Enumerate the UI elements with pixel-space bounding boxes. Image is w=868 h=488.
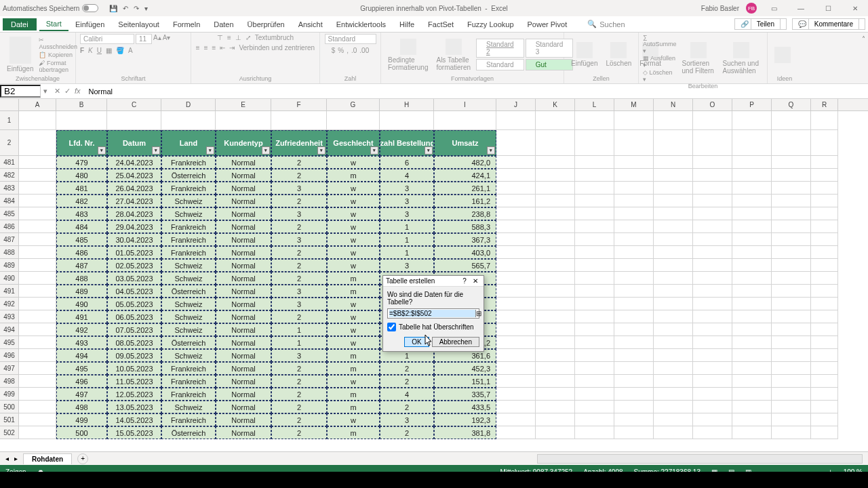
wrap-text-button[interactable]: Textumbruch <box>255 34 294 41</box>
table-cell[interactable]: m <box>327 388 380 401</box>
table-cell[interactable]: Frankreich <box>161 233 216 246</box>
table-cell[interactable]: 30.04.2023 <box>107 233 161 246</box>
table-cell[interactable]: 489 <box>56 285 107 298</box>
fx-icon[interactable]: fx <box>75 87 81 96</box>
format-painter-button[interactable]: 🖌 Format übertragen <box>39 60 77 73</box>
table-header[interactable]: Anzahl Bestellungen▾ <box>380 130 434 156</box>
table-header[interactable]: Land▾ <box>161 130 216 156</box>
table-cell[interactable]: 238,8 <box>434 207 496 220</box>
col-I[interactable]: I <box>434 99 496 110</box>
table-cell[interactable]: Normal <box>216 413 271 426</box>
table-cell[interactable]: 481 <box>56 182 107 195</box>
table-cell[interactable]: 2 <box>271 310 327 323</box>
table-cell[interactable]: 29.04.2023 <box>107 220 161 233</box>
table-cell[interactable]: 1 <box>271 336 327 349</box>
tab-data[interactable]: Daten <box>207 18 240 30</box>
align-top-icon[interactable]: ⊤ <box>217 34 223 41</box>
table-cell[interactable]: Österreich <box>161 426 216 439</box>
autosave-toggle[interactable]: Automatisches Speichern <box>3 4 98 12</box>
table-cell[interactable]: Normal <box>216 182 271 195</box>
table-cell[interactable]: 2 <box>271 169 327 182</box>
align-left-icon[interactable]: ≡ <box>196 44 200 52</box>
filter-icon[interactable]: ▾ <box>317 146 326 155</box>
table-header[interactable]: Lfd. Nr.▾ <box>56 130 107 156</box>
table-cell[interactable]: 11.05.2023 <box>107 375 161 388</box>
table-header[interactable]: Geschlecht▾ <box>327 130 380 156</box>
table-cell[interactable]: 381,8 <box>434 426 496 439</box>
table-cell[interactable]: Frankreich <box>161 246 216 259</box>
table-cell[interactable]: 25.04.2023 <box>107 169 161 182</box>
row-head[interactable]: 495 <box>0 336 19 349</box>
table-cell[interactable]: w <box>327 246 380 259</box>
table-header[interactable]: Umsatz▾ <box>434 130 496 156</box>
tab-help[interactable]: Hilfe <box>393 18 421 30</box>
tab-factset[interactable]: FactSet <box>421 18 460 30</box>
table-cell[interactable]: 2 <box>271 426 327 439</box>
table-cell[interactable]: 491 <box>56 310 107 323</box>
avatar[interactable]: FB <box>746 3 757 14</box>
col-P[interactable]: P <box>732 99 772 110</box>
table-cell[interactable]: 26.04.2023 <box>107 182 161 195</box>
col-N[interactable]: N <box>654 99 693 110</box>
row-head[interactable]: 491 <box>0 285 19 298</box>
ok-button[interactable]: OK <box>404 337 429 347</box>
table-cell[interactable]: 04.05.2023 <box>107 285 161 298</box>
table-cell[interactable]: 4 <box>380 169 434 182</box>
table-cell[interactable]: Normal <box>216 259 271 272</box>
table-cell[interactable]: Normal <box>216 310 271 323</box>
col-A[interactable]: A <box>19 99 56 110</box>
border-icon[interactable]: ▦ <box>106 47 112 54</box>
table-cell[interactable]: 495 <box>56 362 107 375</box>
table-cell[interactable]: 3 <box>380 182 434 195</box>
table-cell[interactable]: 2 <box>380 426 434 439</box>
table-cell[interactable]: 488 <box>56 272 107 285</box>
table-cell[interactable]: w <box>327 220 380 233</box>
add-sheet-button[interactable]: + <box>77 453 88 464</box>
fill-button[interactable]: ▦ Ausfüllen ▾ <box>643 55 677 68</box>
select-all-corner[interactable] <box>0 99 19 110</box>
table-cell[interactable]: 452,3 <box>434 362 496 375</box>
table-cell[interactable]: Schweiz <box>161 401 216 413</box>
row-head[interactable]: 2 <box>0 130 19 156</box>
dec-dec-icon[interactable]: .00 <box>359 47 369 54</box>
align-right-icon[interactable]: ≡ <box>212 44 216 52</box>
table-cell[interactable]: 493 <box>56 336 107 349</box>
table-cell[interactable]: Frankreich <box>161 375 216 388</box>
table-cell[interactable]: Österreich <box>161 169 216 182</box>
table-cell[interactable]: 4 <box>380 388 434 401</box>
find-select-button[interactable]: Suchen und Auswählen <box>720 41 763 76</box>
table-cell[interactable]: 482,0 <box>434 156 496 169</box>
range-input[interactable] <box>389 310 475 317</box>
table-cell[interactable]: w <box>327 156 380 169</box>
table-cell[interactable]: 335,7 <box>434 388 496 401</box>
font-name[interactable]: Calibri <box>80 34 134 44</box>
font-color-icon[interactable]: A <box>128 47 133 54</box>
table-cell[interactable]: 27.04.2023 <box>107 195 161 207</box>
filter-icon[interactable]: ▾ <box>98 146 106 155</box>
toggle-icon[interactable] <box>82 4 98 12</box>
filter-icon[interactable]: ▾ <box>152 146 160 155</box>
tab-view[interactable]: Ansicht <box>292 18 330 30</box>
indent-dec-icon[interactable]: ⇤ <box>220 44 225 52</box>
table-header[interactable]: Zufriedenheit▾ <box>271 130 327 156</box>
checkbox[interactable] <box>387 323 396 331</box>
table-cell[interactable]: Normal <box>216 233 271 246</box>
indent-inc-icon[interactable]: ⇥ <box>229 44 235 52</box>
col-O[interactable]: O <box>693 99 732 110</box>
share-button[interactable]: 🔗 Teilen <box>734 18 787 30</box>
cut-button[interactable]: ✂ Ausschneiden <box>39 37 77 50</box>
table-header[interactable]: Datum▾ <box>107 130 161 156</box>
undo-icon[interactable]: ↶ <box>123 5 128 12</box>
table-cell[interactable]: Normal <box>216 272 271 285</box>
table-cell[interactable]: 1 <box>380 233 434 246</box>
table-cell[interactable]: w <box>327 259 380 272</box>
sheet-nav-last-icon[interactable]: ▸ <box>14 455 18 462</box>
style-standard2[interactable]: Standard 2 <box>476 39 524 58</box>
table-cell[interactable]: 3 <box>271 182 327 195</box>
table-cell[interactable]: 485 <box>56 233 107 246</box>
table-cell[interactable]: Frankreich <box>161 220 216 233</box>
table-cell[interactable]: 6 <box>380 156 434 169</box>
col-D[interactable]: D <box>161 99 216 110</box>
row-head[interactable]: 481 <box>0 156 19 169</box>
col-J[interactable]: J <box>496 99 536 110</box>
